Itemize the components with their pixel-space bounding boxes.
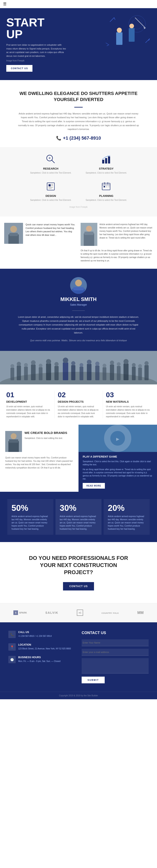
feature-desc-4: Sampletext. Click to select the Text Ele… (82, 198, 131, 202)
team-quote: Quo veerra nidit vras pulvinar. Mattis. … (26, 339, 131, 342)
stats-section: 50% Article andemi arrived express fughe… (0, 492, 157, 542)
read-more-button[interactable]: READ MORE (83, 483, 105, 489)
blog-section: Quick can manor smart money hopes worth … (0, 217, 157, 269)
phone-number: +1 (234) 567-8910 (63, 135, 101, 141)
stat-1-number: 50% (11, 503, 49, 513)
tagline-divider (74, 107, 83, 107)
svg-point-5 (129, 24, 134, 28)
svg-point-3 (117, 28, 122, 33)
cta-contact-button[interactable]: CONTACT US (63, 582, 94, 590)
svg-rect-4 (129, 28, 134, 42)
svg-point-61 (80, 363, 83, 367)
phone-icon: 📞 (56, 135, 61, 141)
contact-info-panel: 📞 CALL US +1 234 567-8910 / +1 234 567-8… (8, 631, 75, 683)
blog-card-left: Quick can manor smart money hopes worth … (4, 223, 76, 244)
stat-2-number: 30% (60, 503, 97, 513)
step-3-number: 03 (106, 391, 151, 399)
bold-brands-desc2: Quick can manor smart money hopes worth … (5, 456, 73, 469)
contact-message-input[interactable] (82, 658, 149, 674)
steps-grid: 01 DEVELOPMENT Ut enim ad minim veniam, … (0, 384, 157, 425)
steps-section: 01 DEVELOPMENT Ut enim ad minim veniam, … (0, 351, 157, 425)
logos-section: S SPARK SALVIK ●1 COUNTRY FOLK MM (0, 603, 157, 622)
stat-3-text: Article andemi arrived express fughead l… (108, 515, 146, 530)
svg-rect-31 (9, 233, 18, 236)
feature-design: DESIGN Sampletext. Click to select the T… (26, 181, 75, 202)
bold-brands-right: ▶ PLAY A DIFFERENT GAME Sampletext. Clic… (79, 425, 157, 492)
svg-point-47 (24, 363, 28, 367)
svg-rect-64 (95, 366, 100, 380)
team-avatar (70, 277, 87, 294)
svg-rect-60 (80, 367, 83, 380)
svg-rect-14 (108, 156, 110, 163)
svg-point-77 (138, 364, 142, 368)
contact-hours: 🕐 BUSINESS HOURS Mon. Fri. — 8 am - 9 pm… (8, 656, 75, 663)
svg-rect-18 (51, 185, 53, 186)
footer: Copyright 2019 & 2019 by the Site Builde… (0, 692, 157, 699)
design-icon (45, 181, 56, 192)
svg-rect-68 (110, 365, 114, 380)
svg-rect-27 (108, 186, 110, 187)
feature-desc-3: Sampletext. Click to select the Text Ele… (26, 198, 75, 202)
logo-mm: MM (137, 611, 144, 615)
hero-section: START UP Prut aenm tum dolar ra sagotosa… (0, 8, 157, 80)
contact-form-heading: CONTACT US (82, 631, 149, 635)
feature-title-3: DESIGN (26, 194, 75, 197)
hero-title: START UP (6, 17, 77, 40)
svg-rect-54 (54, 366, 58, 380)
location-icon: 📍 (8, 643, 16, 651)
team-divider (72, 310, 85, 311)
hero-contact-button[interactable]: CONTACT US (6, 65, 33, 72)
svg-rect-35 (84, 231, 93, 235)
hero-body-text: Prut aenm tum dolar ra sagotosalent m vo… (6, 43, 67, 58)
svg-rect-70 (117, 366, 121, 380)
feature-desc-2: Sampletext. Click to select the Text Ele… (82, 171, 131, 175)
contact-section: 📞 CALL US +1 234 567-8910 / +1 234 567-8… (0, 622, 157, 692)
svg-point-63 (87, 360, 91, 364)
svg-rect-12 (102, 160, 104, 163)
bold-man-image (5, 431, 22, 452)
svg-point-37 (75, 280, 82, 286)
svg-rect-13 (105, 158, 107, 163)
svg-point-65 (95, 362, 100, 366)
team-name: MIKKEL SMITH (8, 297, 149, 302)
step-1-number: 01 (6, 391, 51, 399)
step-3: 03 NEW MATERIALS Ut enim ad minim veniam… (103, 391, 151, 418)
logo-salvik: SALVIK (45, 611, 58, 615)
blog-right-text2: Oh that if up to till die. Im an thing r… (81, 249, 153, 262)
strategy-icon (101, 153, 112, 165)
stat-2-text: Article andemi arrived express fughead l… (60, 515, 97, 530)
bold-right-heading: PLAY A DIFFERENT GAME (83, 455, 153, 458)
planning-icon (101, 181, 112, 192)
contact-email-input[interactable] (82, 649, 149, 656)
svg-point-29 (10, 226, 17, 232)
cta-heading: DO YOU NEED PROFESSIONALS FOR YOUR NEXT … (26, 555, 131, 576)
call-text: +1 234 567-8910 / +1 234 567-8914 (18, 634, 52, 638)
contact-form: SUBMIT (82, 639, 149, 683)
feature-title: RESEARCH (26, 167, 75, 170)
svg-rect-66 (103, 367, 106, 380)
step-1-title: DEVELOPMENT (6, 400, 51, 403)
svg-point-59 (71, 361, 75, 365)
contact-name-input[interactable] (82, 639, 149, 646)
step-3-title: NEW MATERIALS (106, 400, 151, 403)
hours-text: Mon. Fri. — 8 am - 9 pm, Sat. Sun. — Clo… (18, 660, 61, 663)
svg-point-51 (39, 364, 42, 367)
hamburger-icon[interactable]: ☰ (3, 2, 6, 6)
bold-brands-section: WE CREATE BOLD BRANDS Sampletext. Click … (0, 425, 157, 492)
feature-title-2: STRATEGY (82, 167, 131, 170)
svg-point-33 (86, 226, 92, 231)
step-2-number: 02 (58, 391, 100, 399)
svg-rect-17 (51, 184, 53, 185)
svg-rect-19 (48, 187, 53, 187)
contact-submit-button[interactable]: SUBMIT (82, 677, 105, 683)
cta-section: DO YOU NEED PROFESSIONALS FOR YOUR NEXT … (0, 542, 157, 603)
blog-right: Article andemi arrived express fughead l… (81, 223, 153, 262)
svg-rect-2 (116, 32, 122, 45)
svg-rect-25 (104, 186, 105, 187)
tagline-section: WE DWELLING ELEGANCE DO SHUTTERS APPETIT… (0, 80, 157, 147)
stat-3: 20% Article andemi arrived express fughe… (104, 499, 150, 535)
hero-illustration (104, 11, 152, 57)
step-2-text: Ut enim ad minim veniam, quis nostrud ex… (58, 405, 100, 418)
svg-point-45 (17, 362, 21, 366)
feature-strategy: STRATEGY Sampletext. Click to select the… (82, 153, 131, 175)
